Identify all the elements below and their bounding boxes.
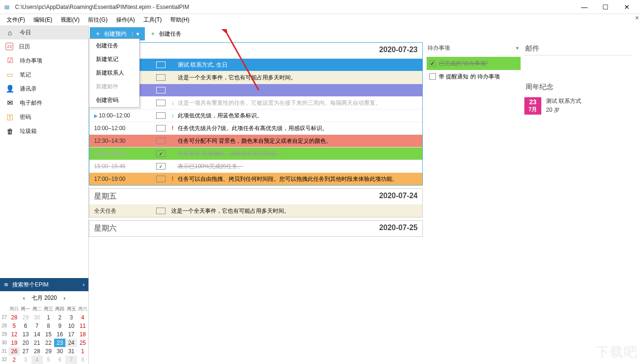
cal-day[interactable]: 5 (8, 322, 20, 330)
menu-file[interactable]: 文件(F) (3, 15, 29, 25)
cal-day[interactable]: 27 (20, 347, 31, 356)
chevron-down-icon[interactable]: ▼ (515, 46, 520, 51)
cal-day[interactable]: 26 (8, 347, 20, 356)
nav-notes[interactable]: ▭ 笔记 (0, 68, 88, 82)
search-bar[interactable]: ≋ 搜索整个EPIM › (0, 278, 88, 291)
cal-day[interactable]: 20 (20, 339, 31, 347)
dropdown-item[interactable]: 创建任务 (89, 39, 139, 53)
checkbox[interactable] (429, 73, 436, 80)
dropdown-item[interactable]: 新建笔记 (89, 53, 139, 66)
cal-day[interactable]: 10 (65, 322, 77, 330)
nav-calendar[interactable]: 23 日历 (0, 39, 88, 54)
cal-day[interactable]: 30 (54, 347, 65, 356)
menubar-close-icon[interactable]: ✕ (635, 15, 639, 21)
event-row[interactable]: 12:30–14:30 任务可分配不同 背景色，颜色来自预定义或者自定义的颜色。 (89, 134, 422, 147)
menu-help[interactable]: 帮助(H) (166, 15, 193, 25)
checkbox[interactable] (156, 100, 166, 106)
close-button[interactable]: ✕ (616, 0, 637, 14)
cal-day[interactable]: 1 (77, 347, 88, 356)
nav-contacts[interactable]: 👤 通讯录 (0, 82, 88, 96)
create-task-button[interactable]: ＋ 创建任务 (145, 27, 186, 40)
checkbox[interactable] (156, 112, 166, 119)
nav-mail[interactable]: ✉ 电子邮件 (0, 96, 88, 110)
dropdown-item[interactable]: 创建密码 (89, 93, 139, 107)
mail-icon: ✉ (6, 99, 14, 107)
cal-next[interactable]: › (61, 295, 68, 302)
cal-day[interactable]: 3 (20, 356, 31, 364)
nav-trash[interactable]: 🗑 垃圾箱 (0, 124, 88, 138)
checkbox[interactable] (156, 138, 166, 144)
cal-day[interactable]: 12 (8, 330, 20, 339)
event-row[interactable]: 14:30–16:30 ✓ 任务带有 完成属性。该特定任务已完成。 (89, 147, 422, 160)
cal-day[interactable]: 2 (54, 313, 65, 322)
event-row[interactable]: 15:00–15:45 ✓ 表示已100%完成的任务。 (89, 160, 422, 172)
key-icon: ⚿ (6, 113, 14, 121)
minimize-button[interactable]: — (574, 0, 595, 14)
cal-day[interactable]: 1 (43, 313, 54, 322)
cal-day[interactable]: 7 (65, 356, 77, 364)
chevron-down-icon[interactable]: ▼ (132, 31, 140, 37)
cal-day[interactable]: 28 (8, 313, 20, 322)
cal-day[interactable]: 29 (43, 347, 54, 356)
checkbox[interactable] (156, 62, 166, 68)
cal-day[interactable]: 30 (32, 313, 43, 322)
cal-day[interactable]: 8 (77, 356, 88, 364)
nav-today[interactable]: ⌂ 今日 (0, 25, 88, 39)
menu-actions[interactable]: 操作(A) (112, 15, 139, 25)
todo-text: 带 提醒通知 的 待办事项 (439, 73, 500, 81)
checkbox[interactable]: ✓ (156, 163, 166, 170)
cal-day[interactable]: 6 (54, 356, 65, 364)
checkbox[interactable] (156, 74, 166, 81)
cal-day[interactable]: 18 (77, 330, 88, 339)
cal-day[interactable]: 17 (65, 330, 77, 339)
cal-day[interactable]: 22 (43, 339, 54, 347)
event-row[interactable]: 17:00–19:00 ! 任务可以自由拖拽、拷贝到任何时间段。您可以拖拽此任务… (89, 172, 422, 185)
dropdown-item[interactable]: 新建联系人 (89, 66, 139, 80)
cal-day[interactable]: 13 (20, 330, 31, 339)
cal-day[interactable]: 11 (77, 322, 88, 330)
cal-day[interactable]: 31 (65, 347, 77, 356)
cal-day[interactable]: 8 (43, 322, 54, 330)
menu-tools[interactable]: 工具(T) (140, 15, 166, 25)
menu-view[interactable]: 视图(V) (57, 15, 83, 25)
cal-day[interactable]: 2 (8, 356, 20, 364)
cal-prev[interactable]: ‹ (20, 295, 28, 302)
todo-item[interactable]: ✓ 已完成的"待办事项" (427, 57, 521, 70)
cal-day[interactable]: 28 (32, 347, 43, 356)
cal-day[interactable]: 15 (43, 330, 54, 339)
nav-label: 今日 (20, 29, 31, 37)
menu-goto[interactable]: 前往(G) (84, 15, 111, 25)
cal-day[interactable]: 5 (43, 356, 54, 364)
cal-day[interactable]: 7 (32, 322, 43, 330)
cal-day[interactable]: 9 (54, 322, 65, 330)
cal-day[interactable]: 29 (20, 313, 31, 322)
cal-day[interactable]: 25 (77, 339, 88, 347)
cal-day[interactable]: 14 (32, 330, 43, 339)
todo-item[interactable]: 带 提醒通知 的 待办事项 (427, 70, 521, 83)
menu-edit[interactable]: 编辑(E) (30, 15, 56, 25)
cal-day[interactable]: 6 (20, 322, 31, 330)
checkbox[interactable]: ✓ (156, 150, 166, 157)
cal-day[interactable]: 19 (8, 339, 20, 347)
checkbox[interactable] (156, 208, 166, 214)
event-row[interactable]: 10:00–12:00 ! 任务优先级共分7级。此项任务有高优先级，用感叹号标识… (89, 122, 422, 134)
watermark: 下载吧 (596, 343, 638, 361)
maximize-button[interactable]: ☐ (595, 0, 616, 14)
event-row[interactable]: ▶10:00–12:00 ↓ 此项低优先级，用蓝色竖条标识。 (89, 109, 422, 122)
cal-day[interactable]: 21 (32, 339, 43, 347)
anniversary-item[interactable]: 23 7月 测试 联系方式 20 岁 (524, 97, 632, 115)
cal-day[interactable]: 23 (54, 339, 65, 347)
event-row[interactable]: 全天任务 这是一个全天事件，它也有可能占用多天时间。 (89, 204, 422, 217)
cal-day[interactable]: 4 (32, 356, 43, 364)
cal-day[interactable]: 4 (77, 313, 88, 322)
checkbox[interactable] (156, 176, 166, 182)
nav-passwords[interactable]: ⚿ 密码 (0, 110, 88, 124)
checkbox[interactable]: ✓ (429, 60, 436, 67)
checkbox[interactable] (156, 125, 166, 132)
cal-day[interactable]: 24 (65, 339, 77, 347)
cal-day[interactable]: 16 (54, 330, 65, 339)
nav-todo[interactable]: ☑ 待办事项 (0, 54, 88, 68)
cal-day[interactable]: 3 (65, 313, 77, 322)
checkbox[interactable] (156, 87, 166, 93)
todo-panel-header[interactable]: 待办事项 ▼ (427, 42, 521, 54)
